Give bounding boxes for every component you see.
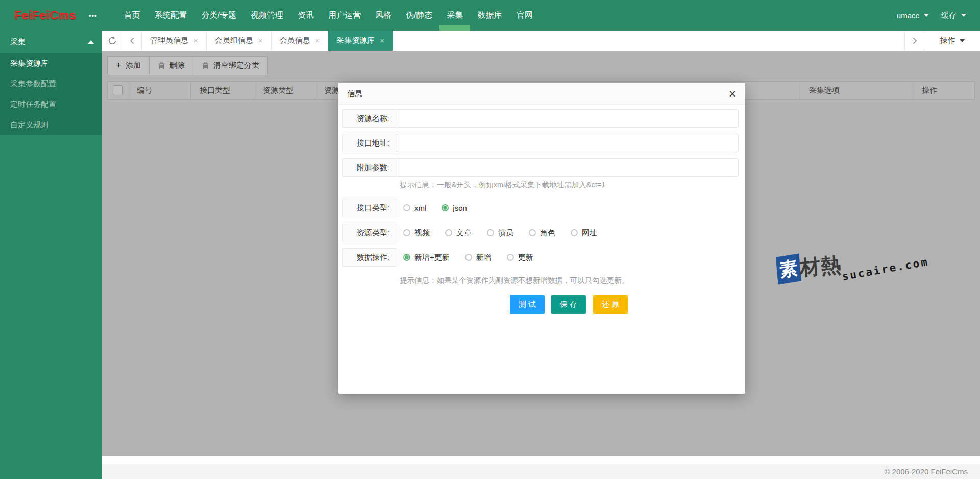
- field-label: 接口地址:: [342, 134, 397, 152]
- tab-member-info[interactable]: 会员信息×: [272, 31, 329, 51]
- field-label: 接口类型:: [342, 199, 397, 217]
- tab-collect-repo[interactable]: 采集资源库×: [328, 31, 393, 51]
- top-navbar: FeiFeiCms ••• 首页 系统配置 分类/专题 视频管理 资讯 用户运营…: [0, 0, 980, 31]
- radio-icon: [445, 229, 452, 236]
- tabs-scroll-left-button[interactable]: [122, 31, 142, 51]
- sidebar: 采集 采集资源库 采集参数配置 定时任务配置 自定义规则: [0, 31, 102, 479]
- nav-item-users[interactable]: 用户运营: [321, 0, 368, 31]
- chevron-up-icon: [88, 40, 94, 44]
- radio-json[interactable]: json: [442, 204, 467, 212]
- refresh-button[interactable]: [102, 31, 122, 51]
- close-icon[interactable]: ×: [193, 36, 198, 45]
- form-row-res-type: 资源类型: 视频 文章 演员 角色 网址: [342, 224, 612, 242]
- radio-icon: [465, 254, 472, 261]
- dialog-close-button[interactable]: ×: [725, 87, 740, 101]
- radio-update[interactable]: 更新: [507, 253, 533, 262]
- tab-member-group-info[interactable]: 会员组信息×: [207, 31, 272, 51]
- tabs-scroll-right-button[interactable]: [904, 31, 924, 51]
- nav-item-static[interactable]: 伪/静态: [399, 0, 439, 31]
- nav-item-database[interactable]: 数据库: [470, 0, 509, 31]
- field-label: 资源类型:: [342, 224, 397, 242]
- extra-params-input[interactable]: [397, 158, 739, 177]
- user-dropdown[interactable]: umacc: [897, 11, 929, 20]
- test-button[interactable]: 测 试: [510, 295, 545, 314]
- save-button[interactable]: 保 存: [551, 295, 586, 314]
- radio-icon: [403, 204, 410, 211]
- radio-actor[interactable]: 演员: [487, 228, 513, 238]
- nav-item-news[interactable]: 资讯: [290, 0, 321, 31]
- close-icon[interactable]: ×: [258, 36, 263, 45]
- radio-role[interactable]: 角色: [529, 228, 555, 238]
- form-row-api-url: 接口地址:: [342, 134, 739, 152]
- radio-video[interactable]: 视频: [403, 228, 430, 238]
- form-row-extra-params: 附加参数:: [342, 158, 739, 177]
- info-dialog: 信息 × 资源名称: 接口地址: 附加参数: 提示信息：一般&开头，例如xml格…: [338, 83, 745, 394]
- nav-item-website[interactable]: 官网: [509, 0, 540, 31]
- tab-admin-info[interactable]: 管理员信息×: [142, 31, 207, 51]
- cache-dropdown[interactable]: 缓存: [941, 11, 966, 20]
- hint-text-data-op: 提示信息：如果某个资源作为副资源不想新增数据，可以只勾选更新。: [400, 276, 629, 285]
- chevron-left-icon: [128, 36, 137, 45]
- sidebar-item-custom-rules[interactable]: 自定义规则: [0, 114, 102, 135]
- sidebar-item-collect-params[interactable]: 采集参数配置: [0, 74, 102, 94]
- radio-icon: [507, 254, 514, 261]
- nav-item-style[interactable]: 风格: [368, 0, 399, 31]
- form-row-data-op: 数据操作: 新增+更新 新增 更新: [342, 248, 549, 267]
- radio-icon: [529, 229, 536, 236]
- radio-icon: [487, 229, 494, 236]
- tabbar-spacer: [393, 31, 904, 51]
- radio-icon: [403, 229, 410, 236]
- nav-item-home[interactable]: 首页: [116, 0, 147, 31]
- api-url-input[interactable]: [397, 134, 739, 152]
- radio-xml[interactable]: xml: [403, 204, 426, 212]
- field-label: 附加参数:: [342, 158, 397, 177]
- form-row-res-name: 资源名称:: [342, 109, 739, 128]
- radio-article[interactable]: 文章: [445, 228, 472, 238]
- menu-dots-icon[interactable]: •••: [89, 12, 97, 19]
- dialog-title: 信息: [338, 83, 745, 105]
- main-nav: 首页 系统配置 分类/专题 视频管理 资讯 用户运营 风格 伪/静态 采集 数据…: [116, 0, 540, 31]
- radio-add-update[interactable]: 新增+更新: [403, 253, 450, 262]
- field-label: 数据操作:: [342, 248, 397, 267]
- restore-button[interactable]: 还 原: [593, 295, 628, 314]
- radio-icon: [571, 229, 578, 236]
- navbar-right: umacc 缓存: [897, 11, 966, 20]
- radio-website[interactable]: 网址: [571, 228, 597, 238]
- close-icon[interactable]: ×: [315, 36, 320, 45]
- tab-operations-dropdown[interactable]: 操作: [924, 31, 980, 51]
- close-icon[interactable]: ×: [380, 36, 384, 45]
- sidebar-item-collect-repo[interactable]: 采集资源库: [0, 53, 102, 74]
- hint-text-params: 提示信息：一般&开头，例如xml格式采集下载地址需加入&ct=1: [400, 180, 605, 190]
- res-name-input[interactable]: [397, 109, 739, 128]
- caret-down-icon: [961, 14, 966, 17]
- nav-item-system[interactable]: 系统配置: [147, 0, 194, 31]
- sidebar-item-cron-config[interactable]: 定时任务配置: [0, 94, 102, 114]
- copyright-text: © 2006-2020 FeiFeiCms: [884, 467, 968, 476]
- radio-add[interactable]: 新增: [465, 253, 492, 262]
- radio-icon: [403, 254, 410, 261]
- sidebar-submenu: 采集资源库 采集参数配置 定时任务配置 自定义规则: [0, 53, 102, 135]
- caret-down-icon: [960, 39, 965, 42]
- app-logo: FeiFeiCms: [14, 9, 76, 22]
- nav-item-video[interactable]: 视频管理: [243, 0, 290, 31]
- footer: © 2006-2020 FeiFeiCms: [102, 464, 980, 479]
- chevron-right-icon: [910, 36, 919, 45]
- nav-active-indicator: [439, 25, 470, 31]
- tab-bar: 管理员信息× 会员组信息× 会员信息× 采集资源库× 操作: [102, 31, 980, 51]
- nav-item-collect[interactable]: 采集: [439, 0, 470, 31]
- refresh-icon: [107, 36, 117, 46]
- field-label: 资源名称:: [342, 109, 397, 128]
- nav-item-category[interactable]: 分类/专题: [194, 0, 243, 31]
- sidebar-section-collect[interactable]: 采集: [0, 31, 102, 53]
- radio-icon: [442, 204, 449, 211]
- form-row-api-type: 接口类型: xml json: [342, 199, 482, 217]
- caret-down-icon: [924, 14, 929, 17]
